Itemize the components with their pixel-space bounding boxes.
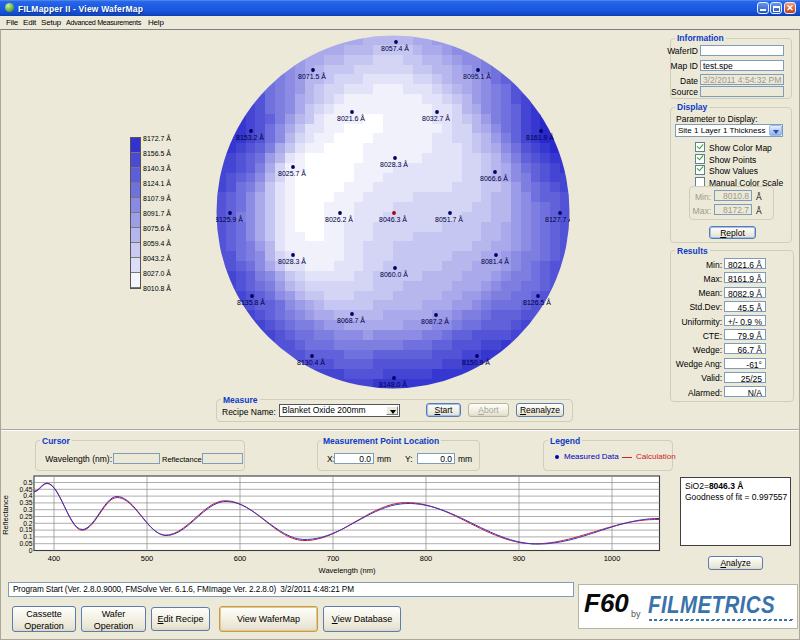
svg-text:8071.5 Å: 8071.5 Å <box>298 72 326 80</box>
svg-text:1000: 1000 <box>604 554 621 563</box>
svg-text:8046.3 Å: 8046.3 Å <box>379 215 407 223</box>
svg-text:700: 700 <box>327 554 340 563</box>
svg-text:8025.7 Å: 8025.7 Å <box>278 169 306 177</box>
svg-text:Reflectance: Reflectance <box>1 495 10 535</box>
svg-text:8125.9 Å: 8125.9 Å <box>216 215 243 223</box>
svg-text:800: 800 <box>420 554 433 563</box>
svg-text:8051.7 Å: 8051.7 Å <box>435 215 463 223</box>
svg-text:8161.9 Å: 8161.9 Å <box>526 133 554 141</box>
svg-text:900: 900 <box>513 554 526 563</box>
svg-text:8135.8 Å: 8135.8 Å <box>237 298 265 306</box>
svg-text:8028.3 Å: 8028.3 Å <box>380 160 408 168</box>
svg-text:8150.9 Å: 8150.9 Å <box>462 358 490 366</box>
svg-text:8068.7 Å: 8068.7 Å <box>337 316 365 324</box>
svg-text:8126.5 Å: 8126.5 Å <box>523 298 551 306</box>
svg-text:0: 0 <box>29 547 33 554</box>
svg-text:8032.7 Å: 8032.7 Å <box>422 114 450 122</box>
svg-text:8087.2 Å: 8087.2 Å <box>421 317 449 325</box>
svg-text:8066.6 Å: 8066.6 Å <box>480 174 508 182</box>
svg-text:8095.1 Å: 8095.1 Å <box>463 72 491 80</box>
svg-text:500: 500 <box>141 554 154 563</box>
svg-text:8127.7 Å: 8127.7 Å <box>545 215 570 223</box>
svg-text:8021.6 Å: 8021.6 Å <box>337 114 365 122</box>
svg-text:8148.0 Å: 8148.0 Å <box>379 380 407 388</box>
svg-text:8153.2 Å: 8153.2 Å <box>236 133 264 141</box>
svg-text:8060.0 Å: 8060.0 Å <box>380 270 408 278</box>
svg-text:600: 600 <box>234 554 247 563</box>
svg-text:400: 400 <box>48 554 61 563</box>
svg-text:8028.3 Å: 8028.3 Å <box>278 257 306 265</box>
svg-text:8057.4 Å: 8057.4 Å <box>381 44 409 52</box>
svg-text:Wavelength (nm): Wavelength (nm) <box>319 566 376 575</box>
svg-text:8081.4 Å: 8081.4 Å <box>481 257 509 265</box>
svg-text:8026.2 Å: 8026.2 Å <box>325 215 353 223</box>
svg-text:8130.4 Å: 8130.4 Å <box>297 358 325 366</box>
